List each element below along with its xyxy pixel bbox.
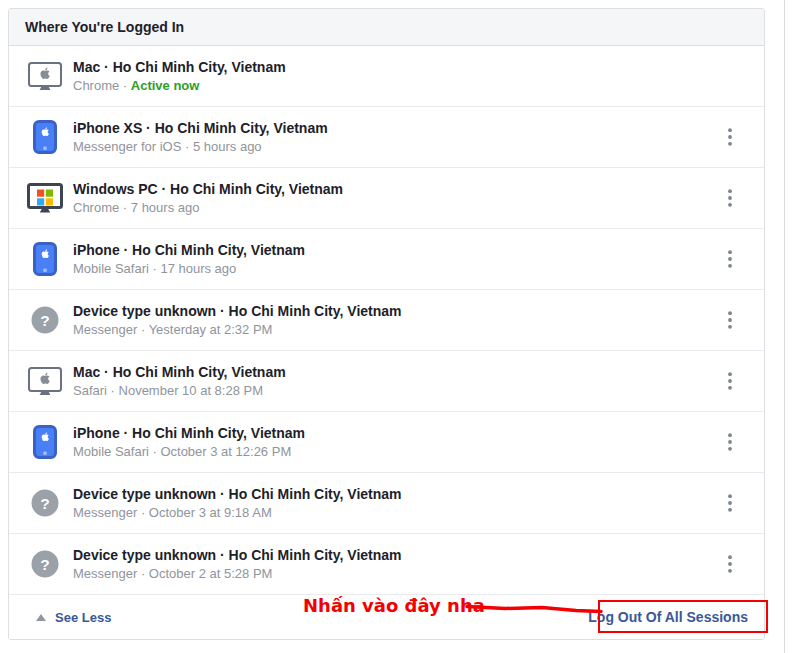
session-row-iphone: iPhone · Ho Chi Minh City, Vietnam Mobil… <box>9 412 764 473</box>
session-subtitle: Mobile Safari · October 3 at 12:26 PM <box>73 443 305 461</box>
session-subtitle: Messenger · Yesterday at 2:32 PM <box>73 321 402 339</box>
mac-icon <box>25 367 65 396</box>
session-title: iPhone · Ho Chi Minh City, Vietnam <box>73 424 305 443</box>
session-title: Mac · Ho Chi Minh City, Vietnam <box>73 363 286 382</box>
session-row-mac: Mac · Ho Chi Minh City, Vietnam Safari ·… <box>9 351 764 412</box>
svg-text:?: ? <box>40 495 49 512</box>
session-subtitle: Messenger for iOS · 5 hours ago <box>73 138 328 156</box>
session-title: Device type unknown · Ho Chi Minh City, … <box>73 485 402 504</box>
session-row-mac-active: Mac · Ho Chi Minh City, Vietnam Chrome ·… <box>9 46 764 107</box>
logged-in-sessions-page: Where You're Logged In Mac · Ho Chi Minh… <box>0 0 793 653</box>
session-title: Device type unknown · Ho Chi Minh City, … <box>73 302 402 321</box>
session-text: iPhone · Ho Chi Minh City, Vietnam Mobil… <box>73 241 305 278</box>
iphone-icon <box>25 425 65 459</box>
see-less-button[interactable]: See Less <box>36 610 111 625</box>
card-title: Where You're Logged In <box>25 19 184 35</box>
log-out-all-sessions-button[interactable]: Log Out Of All Sessions <box>588 609 748 625</box>
unknown-device-icon: ? <box>25 549 65 579</box>
session-row-iphone-xs: iPhone XS · Ho Chi Minh City, Vietnam Me… <box>9 107 764 168</box>
session-title: Device type unknown · Ho Chi Minh City, … <box>73 546 402 565</box>
session-browser: Chrome · <box>73 78 131 93</box>
unknown-device-icon: ? <box>25 305 65 335</box>
session-options-kebab-icon[interactable] <box>718 552 742 576</box>
session-options-kebab-icon[interactable] <box>718 186 742 210</box>
card-footer: See Less Log Out Of All Sessions <box>9 595 764 639</box>
triangle-up-icon <box>36 614 46 621</box>
session-subtitle: Chrome · 7 hours ago <box>73 199 343 217</box>
session-options-kebab-icon[interactable] <box>718 125 742 149</box>
session-title: iPhone · Ho Chi Minh City, Vietnam <box>73 241 305 260</box>
session-title: Mac · Ho Chi Minh City, Vietnam <box>73 58 286 77</box>
session-text: Device type unknown · Ho Chi Minh City, … <box>73 546 402 583</box>
session-subtitle: Safari · November 10 at 8:28 PM <box>73 382 286 400</box>
session-row-unknown-device: ? Device type unknown · Ho Chi Minh City… <box>9 473 764 534</box>
card-header: Where You're Logged In <box>9 9 764 46</box>
active-now-status: Active now <box>131 78 200 93</box>
session-row-unknown-device: ? Device type unknown · Ho Chi Minh City… <box>9 534 764 595</box>
session-title: Windows PC · Ho Chi Minh City, Vietnam <box>73 180 343 199</box>
session-text: iPhone · Ho Chi Minh City, Vietnam Mobil… <box>73 424 305 461</box>
session-text: Device type unknown · Ho Chi Minh City, … <box>73 302 402 339</box>
session-subtitle: Chrome · Active now <box>73 77 286 95</box>
session-options-kebab-icon[interactable] <box>718 430 742 454</box>
session-options-kebab-icon[interactable] <box>718 247 742 271</box>
session-options-kebab-icon[interactable] <box>718 369 742 393</box>
where-youre-logged-in-card: Where You're Logged In Mac · Ho Chi Minh… <box>8 8 765 640</box>
windows-pc-icon <box>25 183 65 213</box>
session-text: iPhone XS · Ho Chi Minh City, Vietnam Me… <box>73 119 328 156</box>
session-text: Windows PC · Ho Chi Minh City, Vietnam C… <box>73 180 343 217</box>
iphone-icon <box>25 242 65 276</box>
session-title: iPhone XS · Ho Chi Minh City, Vietnam <box>73 119 328 138</box>
unknown-device-icon: ? <box>25 488 65 518</box>
session-text: Mac · Ho Chi Minh City, Vietnam Safari ·… <box>73 363 286 400</box>
session-row-windows-pc: Windows PC · Ho Chi Minh City, Vietnam C… <box>9 168 764 229</box>
window-edge-divider <box>784 0 785 653</box>
session-options-kebab-icon[interactable] <box>718 491 742 515</box>
session-subtitle: Messenger · October 2 at 5:28 PM <box>73 565 402 583</box>
see-less-label: See Less <box>55 610 111 625</box>
svg-text:?: ? <box>40 312 49 329</box>
session-subtitle: Mobile Safari · 17 hours ago <box>73 260 305 278</box>
session-text: Mac · Ho Chi Minh City, Vietnam Chrome ·… <box>73 58 286 95</box>
session-row-iphone: iPhone · Ho Chi Minh City, Vietnam Mobil… <box>9 229 764 290</box>
session-options-kebab-icon[interactable] <box>718 308 742 332</box>
iphone-icon <box>25 120 65 154</box>
svg-text:?: ? <box>40 556 49 573</box>
mac-icon <box>25 62 65 91</box>
session-row-unknown-device: ? Device type unknown · Ho Chi Minh City… <box>9 290 764 351</box>
session-subtitle: Messenger · October 3 at 9:18 AM <box>73 504 402 522</box>
session-text: Device type unknown · Ho Chi Minh City, … <box>73 485 402 522</box>
